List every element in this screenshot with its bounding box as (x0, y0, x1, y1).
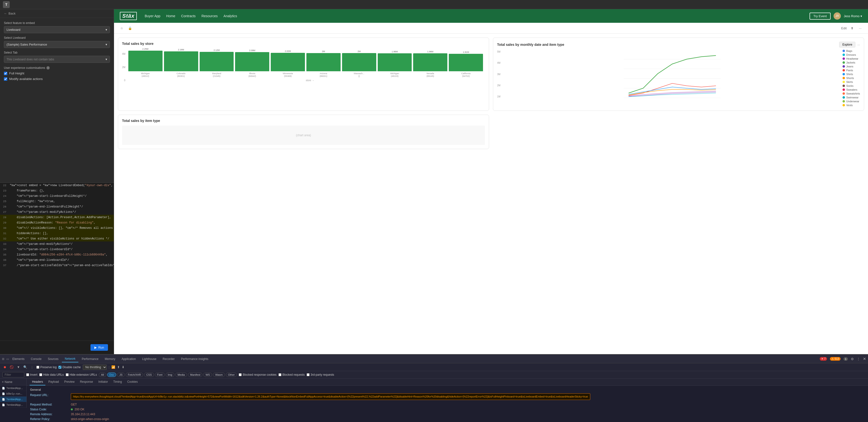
filter-input[interactable] (2, 372, 24, 378)
nav-item-buyer-app[interactable]: Buyer App (145, 14, 160, 18)
devtool-tab-performance[interactable]: Performance (79, 356, 101, 362)
referrer-policy-row: Referrer Policy: strict-origin-when-cros… (30, 417, 865, 421)
request-item[interactable]: 📄?embedApp... (0, 385, 26, 391)
filter-badge-img[interactable]: Img (166, 372, 175, 377)
explore-button[interactable]: Explore (839, 42, 856, 47)
try-event-button[interactable]: Try Event (809, 12, 831, 20)
disable-cache-checkbox[interactable] (59, 366, 61, 369)
header-tab-timing[interactable]: Timing (111, 379, 124, 385)
preserve-log-label[interactable]: Preserve log (36, 365, 57, 369)
blocked-requests-label[interactable]: Blocked requests (279, 373, 305, 377)
bar-group: 1.96MNevada (89145) (413, 51, 447, 77)
filter-badge-js[interactable]: JS (117, 372, 125, 377)
filter-badge-all[interactable]: All (99, 372, 106, 377)
feature-select[interactable]: Liveboard ▾ (4, 26, 110, 33)
request-item[interactable]: 📄?embedApp... (0, 402, 26, 408)
full-height-checkbox[interactable] (4, 72, 7, 75)
devtools-dock-icons: ⊞ ▭ (2, 357, 9, 361)
modify-actions-checkbox[interactable] (4, 77, 7, 81)
request-item[interactable]: 📄b9br1y--run... (0, 391, 26, 396)
blocked-response-label[interactable]: Blocked response cookies (239, 373, 276, 377)
devtool-tab-console[interactable]: Console (28, 356, 44, 362)
legend-dot (842, 77, 845, 79)
filter-badge-fetch/xhr[interactable]: Fetch/XHR (126, 372, 143, 377)
close-devtools-icon[interactable]: ✕ (863, 357, 866, 361)
more-devtools-icon[interactable]: ⋮ (857, 357, 860, 361)
info-icon[interactable]: i (46, 66, 50, 70)
tab-label: Select Tab (4, 51, 110, 54)
nav-item-analytics[interactable]: Analytics (223, 14, 237, 18)
name-column-header: × Name (0, 379, 27, 385)
header-tab-response[interactable]: Response (78, 379, 95, 385)
throttle-select[interactable]: No throttling (83, 364, 107, 370)
hide-ext-urls-checkbox[interactable] (66, 373, 69, 376)
nav-item-resources[interactable]: Resources (202, 14, 218, 18)
devtool-tab-network[interactable]: Network (62, 356, 79, 362)
devtool-tab-sources[interactable]: Sources (45, 356, 61, 362)
record-icon[interactable]: ⏺ (2, 365, 7, 370)
clear-icon[interactable]: 🚫 (9, 365, 14, 370)
back-button[interactable]: ← Back (4, 12, 16, 15)
tab-select[interactable]: This Liveboard does not contain tabs ▾ (4, 56, 110, 63)
hide-data-urls-label[interactable]: Hide data URLs (39, 373, 64, 377)
search-icon[interactable]: 🔍 (23, 365, 28, 370)
nav-item-contracts[interactable]: Contracts (181, 14, 195, 18)
header-tab-headers[interactable]: Headers (30, 379, 45, 385)
blocked-requests-checkbox[interactable] (279, 373, 281, 376)
filter-badge-wasm[interactable]: Wasm (213, 372, 225, 377)
header-tab-preview[interactable]: Preview (62, 379, 77, 385)
devtool-tab-elements[interactable]: Elements (9, 356, 27, 362)
filter-icon[interactable]: ▼ (16, 365, 21, 370)
hide-ext-urls-label[interactable]: Hide extension URLs (66, 373, 97, 377)
x-icon[interactable]: × (2, 380, 4, 384)
settings-icon[interactable]: ⚙ (851, 357, 854, 361)
chart2-container: 5M4M3M2M1M (497, 50, 860, 107)
filter-badge-css[interactable]: CSS (144, 372, 154, 377)
invert-checkbox[interactable] (26, 373, 29, 376)
filter-badge-doc[interactable]: Doc (107, 372, 117, 377)
edit-label[interactable]: Edit (841, 26, 847, 30)
lock-icon[interactable]: 🔒 (127, 25, 133, 31)
bar-value: 2.18M (178, 48, 184, 51)
request-item[interactable]: 📄?embedApp... (0, 396, 26, 402)
third-party-label[interactable]: 3rd-party requests (307, 373, 334, 377)
header-tab-payload[interactable]: Payload (46, 379, 61, 385)
filter-badge-manifest[interactable]: Manifest (188, 372, 203, 377)
invert-label[interactable]: Invert (26, 373, 37, 377)
third-party-checkbox[interactable] (307, 373, 310, 376)
filter-badge-other[interactable]: Other (226, 372, 237, 377)
nav-item-home[interactable]: Home (166, 14, 175, 18)
devtool-tab-application[interactable]: Application (119, 356, 139, 362)
liveboard-select[interactable]: (Sample) Sales Performance ▾ (4, 41, 110, 48)
bar-group: 2.12MMaryland (21045) (200, 49, 234, 77)
devtool-tab-performance-insights[interactable]: Performance insights (178, 356, 211, 362)
run-btn-area: ▶ Run (0, 340, 114, 354)
user-menu[interactable]: Jess Romo ▾ (844, 14, 862, 18)
code-line-35: 35 liveboardId: "d084c256-e284-4fc4-b80c… (0, 252, 114, 257)
chart2-more-icon[interactable]: ··· (857, 43, 860, 46)
hide-data-urls-checkbox[interactable] (39, 373, 42, 376)
filter-badge-ws[interactable]: WS (203, 372, 212, 377)
chevron-down-icon: ▾ (105, 28, 107, 32)
left-panel: ← Back Select feature to embed Liveboard… (0, 9, 114, 354)
run-button[interactable]: ▶ Run (91, 344, 108, 351)
filter-badge-font[interactable]: Font (155, 372, 165, 377)
share-icon[interactable]: ⬆ (849, 25, 855, 31)
header-tab-cookies[interactable]: Cookies (125, 379, 140, 385)
devtool-tab-recorder[interactable]: Recorder (160, 356, 178, 362)
code-editor[interactable]: 22"kw">const embed = "kw">new LiveboardE… (0, 183, 114, 340)
disable-cache-label[interactable]: Disable cache (59, 365, 81, 369)
star-icon[interactable]: ☆ (119, 25, 125, 31)
more-icon[interactable]: ··· (857, 25, 863, 31)
devtool-tab-memory[interactable]: Memory (102, 356, 118, 362)
devtools-grid-icon[interactable]: ⊞ (2, 357, 4, 361)
devtool-tab-lighthouse[interactable]: Lighthouse (139, 356, 159, 362)
filter-badge-media[interactable]: Media (176, 372, 187, 377)
devtools-panel-icon[interactable]: ▭ (6, 357, 9, 361)
line-number: 36 (0, 258, 9, 262)
header-tab-initiator[interactable]: Initiator (96, 379, 110, 385)
blocked-response-checkbox[interactable] (239, 373, 242, 376)
code-line-29: 29 disabledActionReason: "Reason for dis… (0, 220, 114, 225)
preserve-log-checkbox[interactable] (36, 366, 39, 369)
main-area: ← Back Select feature to embed Liveboard… (0, 9, 868, 354)
